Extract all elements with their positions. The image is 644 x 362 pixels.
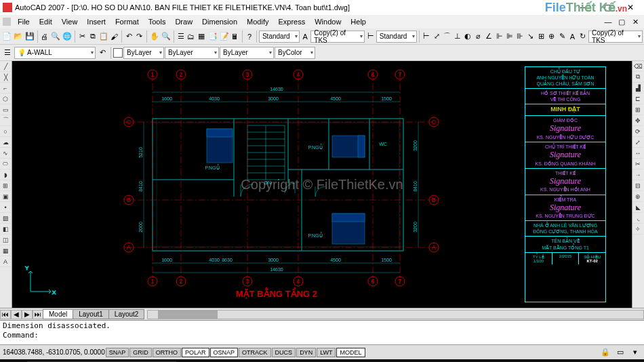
color-dropdown[interactable]: ByLayer xyxy=(123,47,164,59)
cut-icon[interactable]: ✂ xyxy=(77,31,87,43)
stretch-icon[interactable]: ↔ xyxy=(632,148,643,159)
chamfer-icon[interactable]: ◣ xyxy=(632,202,643,213)
mtext-icon[interactable]: A xyxy=(0,256,11,267)
ellipse-arc-icon[interactable]: ◗ xyxy=(0,169,11,180)
tab-prev-icon[interactable]: ◀ xyxy=(11,310,22,319)
extend-icon[interactable]: → xyxy=(632,169,643,180)
toggle-osnap[interactable]: OSNAP xyxy=(210,348,239,357)
new-icon[interactable]: 📄 xyxy=(1,31,12,43)
tab-layout1[interactable]: Layout1 xyxy=(73,309,109,319)
redo-icon[interactable]: ↷ xyxy=(134,31,144,43)
menu-express[interactable]: Express xyxy=(274,17,309,26)
hscrollbar[interactable] xyxy=(147,310,644,319)
layer-prev-icon[interactable]: ↶ xyxy=(96,47,108,59)
insert-icon[interactable]: ⊞ xyxy=(0,180,11,191)
menu-window[interactable]: Window xyxy=(310,17,345,26)
plotstyle-dropdown[interactable]: ByColor xyxy=(275,47,315,59)
menu-help[interactable]: Help xyxy=(346,17,370,26)
help-icon[interactable]: ? xyxy=(245,31,254,43)
array-icon[interactable]: ⊞ xyxy=(632,104,643,115)
point-icon[interactable]: • xyxy=(0,202,11,213)
toggle-snap[interactable]: SNAP xyxy=(106,348,129,357)
textstyle-dropdown[interactable]: Standard xyxy=(259,31,300,43)
toggle-polar[interactable]: POLAR xyxy=(182,348,209,357)
dim-continue-icon[interactable]: ⊪ xyxy=(515,31,525,43)
publish-icon[interactable]: 🌐 xyxy=(62,31,73,43)
tablestyle-dropdown[interactable]: Standard xyxy=(376,31,417,43)
dim-baseline-icon[interactable]: ⊫ xyxy=(505,31,515,43)
dim-edit-icon[interactable]: ✎ xyxy=(557,31,567,43)
copy-icon[interactable]: ⧉ xyxy=(87,31,97,43)
erase-icon[interactable]: ⌫ xyxy=(632,61,643,72)
hatch-icon[interactable]: ▨ xyxy=(0,213,11,224)
toggle-lwt[interactable]: LWT xyxy=(317,348,336,357)
fillet-icon[interactable]: ◟ xyxy=(632,213,643,224)
menu-dimension[interactable]: Dimension xyxy=(198,17,241,26)
zoom-icon[interactable]: 🔍 xyxy=(161,31,172,43)
spline-icon[interactable]: ∿ xyxy=(0,148,11,159)
dim-update-icon[interactable]: ↻ xyxy=(578,31,588,43)
sheet-set-icon[interactable]: 📑 xyxy=(207,31,218,43)
rotate-icon[interactable]: ⟳ xyxy=(632,126,643,137)
print-icon[interactable]: 🖨 xyxy=(40,31,49,43)
drawing-canvas[interactable]: Y X xyxy=(12,61,632,308)
toggle-dyn[interactable]: DYN xyxy=(296,348,316,357)
dim-diameter-icon[interactable]: ⌀ xyxy=(474,31,483,43)
dim-arc-icon[interactable]: ⌒ xyxy=(442,31,451,43)
toggle-otrack[interactable]: OTRACK xyxy=(239,348,271,357)
paste-icon[interactable]: 📋 xyxy=(98,31,109,43)
dimstyle-icon[interactable]: ⊢ xyxy=(365,31,375,43)
menu-draw[interactable]: Draw xyxy=(171,17,197,26)
designcenter-icon[interactable]: 🗂 xyxy=(186,31,196,43)
revcloud-icon[interactable]: ☁ xyxy=(0,137,11,148)
layer-manager-icon[interactable]: ☰ xyxy=(1,47,14,59)
move-icon[interactable]: ✥ xyxy=(632,115,643,126)
tab-next-icon[interactable]: ▶ xyxy=(22,310,33,319)
menu-modify[interactable]: Modify xyxy=(243,17,273,26)
mdi-restore-button[interactable]: ▢ xyxy=(616,16,628,28)
dim-center-icon[interactable]: ⊕ xyxy=(546,31,556,43)
color-swatch[interactable] xyxy=(113,48,123,58)
block-icon[interactable]: ▣ xyxy=(0,191,11,202)
arc-icon[interactable]: ⌒ xyxy=(0,115,11,126)
markup-icon[interactable]: 📝 xyxy=(219,31,230,43)
line-icon[interactable]: ╱ xyxy=(0,61,11,72)
menu-tools[interactable]: Tools xyxy=(144,17,170,26)
scale-icon[interactable]: ⤢ xyxy=(632,137,643,148)
dim-tolerance-icon[interactable]: ⊞ xyxy=(536,31,546,43)
mirror-icon[interactable]: ▟ xyxy=(632,83,643,94)
save-icon[interactable]: 💾 xyxy=(24,31,35,43)
toggle-model[interactable]: MODEL xyxy=(336,348,365,357)
menu-format[interactable]: Format xyxy=(111,17,143,26)
match-icon[interactable]: 🖌 xyxy=(110,31,119,43)
pline-icon[interactable]: ⌐ xyxy=(0,83,11,94)
dimstyle-dropdown[interactable]: Copy(2) of TKS xyxy=(310,31,365,43)
pan-icon[interactable]: ✋ xyxy=(149,31,160,43)
dim-angular-icon[interactable]: ∠ xyxy=(484,31,494,43)
trim-icon[interactable]: ✂ xyxy=(632,159,643,169)
dim-leader-icon[interactable]: ↘ xyxy=(526,31,536,43)
tab-first-icon[interactable]: ⏮ xyxy=(0,310,11,319)
calc-icon[interactable]: 🖩 xyxy=(230,31,240,43)
dim-tedit-icon[interactable]: A xyxy=(567,31,577,43)
status-lock-icon[interactable]: 🔒 xyxy=(599,346,611,359)
menu-file[interactable]: File xyxy=(14,17,34,26)
toggle-ducs[interactable]: DUCS xyxy=(272,348,296,357)
coordinates-display[interactable]: 164038.7488, -6310.0705, 0.0000 xyxy=(3,348,105,356)
dim-linear-icon[interactable]: ⊢ xyxy=(422,31,431,43)
polygon-icon[interactable]: ⬡ xyxy=(0,94,11,104)
toggle-ortho[interactable]: ORTHO xyxy=(153,348,181,357)
preview-icon[interactable]: 🔍 xyxy=(50,31,61,43)
tool-palette-icon[interactable]: ▦ xyxy=(197,31,206,43)
menu-insert[interactable]: Insert xyxy=(83,17,110,26)
command-line[interactable]: Dimension disassociated. Command: xyxy=(0,320,644,344)
circle-icon[interactable]: ○ xyxy=(0,126,11,137)
undo-icon[interactable]: ↶ xyxy=(124,31,134,43)
lineweight-dropdown[interactable]: ByLayer xyxy=(220,47,274,59)
rectangle-icon[interactable]: ▭ xyxy=(0,104,11,115)
break-icon[interactable]: ⊟ xyxy=(632,180,643,191)
xline-icon[interactable]: ╳ xyxy=(0,72,11,83)
mdi-close-button[interactable]: ✕ xyxy=(629,16,641,28)
menu-view[interactable]: View xyxy=(58,17,82,26)
linetype-dropdown[interactable]: ByLayer xyxy=(165,47,219,59)
